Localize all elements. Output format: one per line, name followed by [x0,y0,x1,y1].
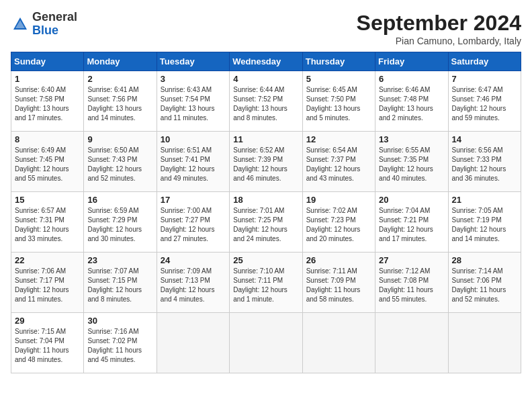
day-detail: Sunrise: 6:54 AM Sunset: 7:37 PM Dayligh… [306,146,371,183]
weekday-header: Thursday [302,52,375,71]
calendar-week-row: 22Sunrise: 7:06 AM Sunset: 7:17 PM Dayli… [11,253,521,313]
day-number: 20 [379,195,444,205]
weekday-header-row: SundayMondayTuesdayWednesdayThursdayFrid… [11,52,521,71]
calendar-cell: 22Sunrise: 7:06 AM Sunset: 7:17 PM Dayli… [11,253,84,313]
day-number: 11 [233,134,298,144]
day-number: 25 [233,255,298,265]
weekday-header: Sunday [11,52,84,71]
calendar-week-row: 1Sunrise: 6:40 AM Sunset: 7:58 PM Daylig… [11,71,521,132]
calendar-cell: 26Sunrise: 7:11 AM Sunset: 7:09 PM Dayli… [302,253,375,313]
calendar-cell: 3Sunrise: 6:43 AM Sunset: 7:54 PM Daylig… [157,71,229,132]
day-detail: Sunrise: 6:56 AM Sunset: 7:33 PM Dayligh… [452,146,517,183]
day-detail: Sunrise: 6:49 AM Sunset: 7:45 PM Dayligh… [15,146,80,183]
calendar-table: SundayMondayTuesdayWednesdayThursdayFrid… [11,52,521,373]
day-detail: Sunrise: 7:06 AM Sunset: 7:17 PM Dayligh… [15,267,80,304]
day-detail: Sunrise: 7:10 AM Sunset: 7:11 PM Dayligh… [233,267,298,304]
logo-icon [11,15,30,34]
day-number: 26 [306,255,371,265]
day-number: 16 [87,195,152,205]
calendar-cell: 11Sunrise: 6:52 AM Sunset: 7:39 PM Dayli… [230,132,302,192]
day-detail: Sunrise: 6:59 AM Sunset: 7:29 PM Dayligh… [87,206,152,244]
day-detail: Sunrise: 6:41 AM Sunset: 7:56 PM Dayligh… [87,85,152,123]
weekday-header: Tuesday [157,52,229,71]
calendar-cell: 28Sunrise: 7:14 AM Sunset: 7:06 PM Dayli… [448,253,521,313]
day-detail: Sunrise: 6:55 AM Sunset: 7:35 PM Dayligh… [379,146,444,183]
day-number: 15 [15,195,80,205]
weekday-header: Wednesday [230,52,302,71]
logo-general: General [32,11,77,24]
calendar-cell: 9Sunrise: 6:50 AM Sunset: 7:43 PM Daylig… [84,132,157,192]
day-number: 12 [306,134,371,144]
day-number: 14 [452,134,517,144]
calendar-cell: 24Sunrise: 7:09 AM Sunset: 7:13 PM Dayli… [157,253,229,313]
day-number: 18 [233,195,298,205]
calendar-cell: 30Sunrise: 7:16 AM Sunset: 7:02 PM Dayli… [84,313,157,373]
day-detail: Sunrise: 6:45 AM Sunset: 7:50 PM Dayligh… [306,85,371,123]
day-detail: Sunrise: 7:14 AM Sunset: 7:06 PM Dayligh… [452,267,517,304]
calendar-cell [157,313,229,373]
calendar-cell [230,313,302,373]
day-detail: Sunrise: 6:43 AM Sunset: 7:54 PM Dayligh… [161,85,226,123]
calendar-cell: 16Sunrise: 6:59 AM Sunset: 7:29 PM Dayli… [84,192,157,253]
day-number: 28 [452,255,517,265]
calendar-cell [302,313,375,373]
day-number: 4 [233,74,298,84]
day-detail: Sunrise: 6:44 AM Sunset: 7:52 PM Dayligh… [233,85,298,123]
day-number: 7 [452,74,517,84]
day-number: 1 [15,74,80,84]
day-number: 2 [87,74,152,84]
day-detail: Sunrise: 6:47 AM Sunset: 7:46 PM Dayligh… [452,85,517,123]
calendar-week-row: 15Sunrise: 6:57 AM Sunset: 7:31 PM Dayli… [11,192,521,253]
calendar-week-row: 29Sunrise: 7:15 AM Sunset: 7:04 PM Dayli… [11,313,521,373]
calendar-cell: 13Sunrise: 6:55 AM Sunset: 7:35 PM Dayli… [375,132,448,192]
calendar-cell: 14Sunrise: 6:56 AM Sunset: 7:33 PM Dayli… [448,132,521,192]
day-number: 19 [306,195,371,205]
day-number: 13 [379,134,444,144]
day-number: 9 [87,134,152,144]
calendar-cell: 27Sunrise: 7:12 AM Sunset: 7:08 PM Dayli… [375,253,448,313]
day-detail: Sunrise: 6:40 AM Sunset: 7:58 PM Dayligh… [15,85,80,123]
calendar-cell: 19Sunrise: 7:02 AM Sunset: 7:23 PM Dayli… [302,192,375,253]
location: Pian Camuno, Lombardy, Italy [357,36,521,46]
day-number: 29 [15,316,80,326]
weekday-header: Saturday [448,52,521,71]
day-detail: Sunrise: 7:07 AM Sunset: 7:15 PM Dayligh… [87,267,152,304]
day-detail: Sunrise: 6:46 AM Sunset: 7:48 PM Dayligh… [379,85,444,123]
weekday-header: Friday [375,52,448,71]
day-detail: Sunrise: 7:01 AM Sunset: 7:25 PM Dayligh… [233,206,298,244]
calendar-cell: 2Sunrise: 6:41 AM Sunset: 7:56 PM Daylig… [84,71,157,132]
day-detail: Sunrise: 7:12 AM Sunset: 7:08 PM Dayligh… [379,267,444,304]
calendar-week-row: 8Sunrise: 6:49 AM Sunset: 7:45 PM Daylig… [11,132,521,192]
calendar-cell: 7Sunrise: 6:47 AM Sunset: 7:46 PM Daylig… [448,71,521,132]
day-detail: Sunrise: 7:15 AM Sunset: 7:04 PM Dayligh… [15,327,80,365]
day-detail: Sunrise: 6:50 AM Sunset: 7:43 PM Dayligh… [87,146,152,183]
calendar-cell: 17Sunrise: 7:00 AM Sunset: 7:27 PM Dayli… [157,192,229,253]
weekday-header: Monday [84,52,157,71]
calendar-cell: 29Sunrise: 7:15 AM Sunset: 7:04 PM Dayli… [11,313,84,373]
calendar-cell: 6Sunrise: 6:46 AM Sunset: 7:48 PM Daylig… [375,71,448,132]
day-number: 10 [161,134,226,144]
calendar-cell [448,313,521,373]
calendar-cell [375,313,448,373]
calendar-cell: 5Sunrise: 6:45 AM Sunset: 7:50 PM Daylig… [302,71,375,132]
calendar-cell: 10Sunrise: 6:51 AM Sunset: 7:41 PM Dayli… [157,132,229,192]
page-header: General Blue September 2024 Pian Camuno,… [11,11,521,46]
logo: General Blue [11,11,77,38]
day-number: 3 [161,74,226,84]
day-detail: Sunrise: 7:09 AM Sunset: 7:13 PM Dayligh… [161,267,226,304]
day-detail: Sunrise: 7:05 AM Sunset: 7:19 PM Dayligh… [452,206,517,244]
day-number: 17 [161,195,226,205]
month-year: September 2024 [357,11,521,36]
calendar-cell: 8Sunrise: 6:49 AM Sunset: 7:45 PM Daylig… [11,132,84,192]
day-number: 24 [161,255,226,265]
calendar-cell: 1Sunrise: 6:40 AM Sunset: 7:58 PM Daylig… [11,71,84,132]
day-number: 22 [15,255,80,265]
calendar-cell: 12Sunrise: 6:54 AM Sunset: 7:37 PM Dayli… [302,132,375,192]
day-detail: Sunrise: 7:04 AM Sunset: 7:21 PM Dayligh… [379,206,444,244]
day-detail: Sunrise: 6:51 AM Sunset: 7:41 PM Dayligh… [161,146,226,183]
day-number: 6 [379,74,444,84]
calendar-cell: 23Sunrise: 7:07 AM Sunset: 7:15 PM Dayli… [84,253,157,313]
logo-blue: Blue [32,24,77,38]
day-number: 8 [15,134,80,144]
day-number: 21 [452,195,517,205]
